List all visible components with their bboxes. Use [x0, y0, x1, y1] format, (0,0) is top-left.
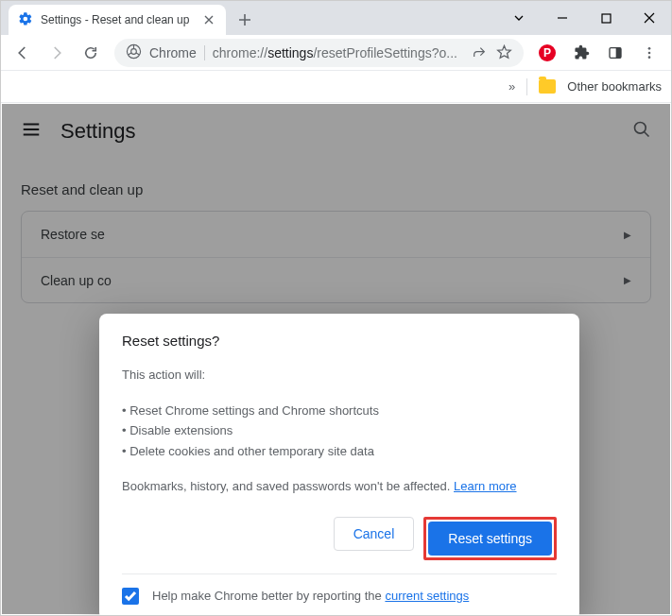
browser-tab[interactable]: Settings - Reset and clean up — [9, 5, 226, 35]
tab-title: Settings - Reset and clean up — [41, 13, 194, 26]
minimize-button[interactable] — [541, 4, 584, 32]
overflow-chevron-icon[interactable]: » — [508, 79, 515, 94]
url-text: chrome://settings/resetProfileSettings?o… — [213, 45, 463, 60]
reset-settings-dialog: Reset settings? This action will: • Rese… — [99, 314, 579, 616]
chevron-down-icon[interactable] — [497, 4, 541, 32]
settings-page: Settings Reset and clean up Restore se ▶… — [2, 104, 670, 614]
svg-point-2 — [131, 48, 137, 54]
extensions-icon[interactable] — [565, 39, 597, 67]
footer-text: Help make Chrome better by reporting the… — [152, 589, 469, 603]
current-settings-link[interactable]: current settings — [385, 589, 469, 603]
reset-settings-button[interactable]: Reset settings — [428, 522, 552, 556]
other-bookmarks-button[interactable]: Other bookmarks — [567, 79, 662, 94]
learn-more-link[interactable]: Learn more — [454, 479, 516, 493]
reload-button[interactable] — [75, 39, 107, 67]
svg-point-7 — [648, 56, 651, 59]
bookmarks-bar: » Other bookmarks — [1, 71, 671, 103]
svg-rect-4 — [616, 47, 621, 58]
svg-rect-0 — [602, 14, 611, 23]
sidepanel-icon[interactable] — [599, 39, 631, 67]
close-window-button[interactable] — [628, 4, 671, 32]
folder-icon — [539, 79, 556, 94]
dialog-title: Reset settings? — [122, 333, 557, 349]
gear-icon — [18, 11, 33, 29]
report-checkbox[interactable] — [122, 588, 139, 605]
chrome-icon — [126, 43, 142, 62]
dialog-note: Bookmarks, history, and saved passwords … — [122, 477, 557, 496]
divider — [526, 78, 527, 95]
maximize-button[interactable] — [584, 4, 628, 32]
bookmark-star-icon[interactable] — [495, 44, 512, 60]
new-tab-button[interactable] — [232, 7, 258, 33]
browser-toolbar: Chrome chrome://settings/resetProfileSet… — [1, 35, 671, 71]
window-controls — [497, 1, 671, 35]
menu-icon[interactable] — [633, 39, 665, 67]
back-button[interactable] — [7, 39, 39, 67]
svg-point-6 — [648, 51, 651, 54]
dialog-intro: This action will: — [122, 366, 557, 385]
window-titlebar: Settings - Reset and clean up — [1, 1, 671, 35]
share-icon[interactable] — [471, 45, 488, 60]
pinterest-icon[interactable]: P — [531, 39, 563, 67]
highlight-box: Reset settings — [423, 517, 557, 560]
url-scheme-label: Chrome — [149, 45, 205, 60]
forward-button — [41, 39, 73, 67]
dialog-bullets: • Reset Chrome settings and Chrome short… — [122, 402, 557, 461]
close-tab-icon[interactable] — [201, 12, 216, 27]
svg-point-5 — [648, 47, 651, 50]
cancel-button[interactable]: Cancel — [334, 517, 415, 551]
address-bar[interactable]: Chrome chrome://settings/resetProfileSet… — [114, 39, 524, 67]
